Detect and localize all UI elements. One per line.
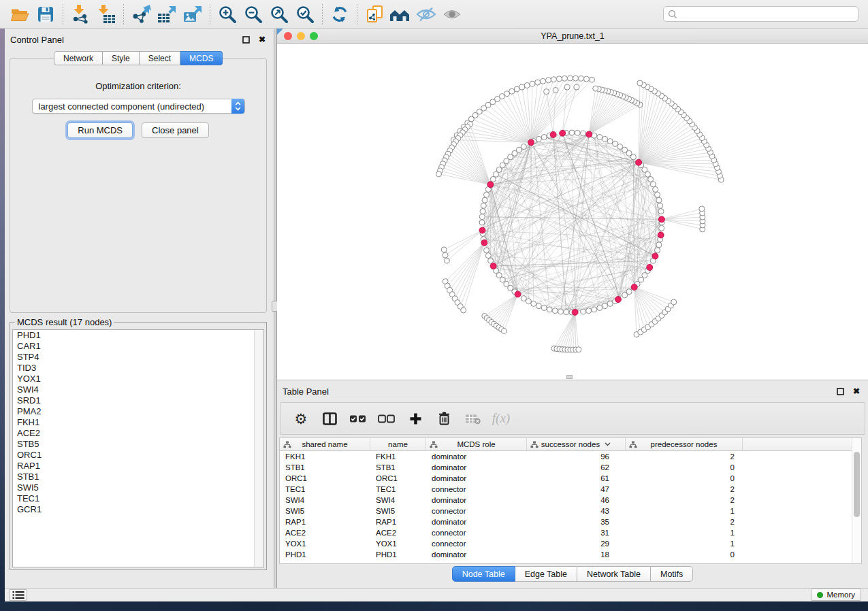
node-table-cell: SWI4 bbox=[280, 495, 370, 506]
network-window-titlebar[interactable]: YPA_prune.txt_1 bbox=[277, 29, 868, 44]
tab-motifs[interactable]: Motifs bbox=[651, 566, 693, 582]
float-panel-button[interactable] bbox=[241, 35, 251, 44]
close-panel-action-button[interactable]: Close panel bbox=[142, 122, 209, 138]
tab-network-table[interactable]: Network Table bbox=[577, 566, 651, 582]
column-header-predecessor-nodes[interactable]: predecessor nodes bbox=[626, 438, 743, 450]
node-table-row[interactable]: RAP1RAP1dominator352 bbox=[280, 516, 861, 527]
canvas-resize-handle[interactable] bbox=[566, 375, 573, 379]
node-table-cell: ACE2 bbox=[370, 527, 426, 538]
tab-network[interactable]: Network bbox=[54, 51, 103, 65]
node-table-row[interactable]: PHD1PHD1dominator180 bbox=[280, 549, 861, 560]
export-network-button[interactable] bbox=[128, 3, 154, 26]
node-table-row[interactable]: FKH1FKH1dominator962 bbox=[280, 451, 861, 462]
add-column-button[interactable] bbox=[403, 405, 428, 432]
run-mcds-button[interactable]: Run MCDS bbox=[67, 122, 133, 138]
node-table-cell: RAP1 bbox=[370, 516, 426, 527]
tab-edge-table[interactable]: Edge Table bbox=[515, 566, 577, 582]
mcds-result-item[interactable]: TID3 bbox=[13, 363, 263, 374]
zoom-out-button[interactable] bbox=[240, 3, 266, 26]
hide-selected-button[interactable] bbox=[413, 3, 439, 26]
dropdown-stepper-icon bbox=[231, 99, 244, 114]
mcds-result-item[interactable]: PMA2 bbox=[13, 406, 263, 417]
column-header-successor-nodes[interactable]: successor nodes bbox=[527, 438, 626, 450]
deselect-all-columns-button[interactable] bbox=[374, 405, 399, 432]
node-table-row[interactable]: SWI4SWI4dominator462 bbox=[280, 495, 861, 506]
export-image-button[interactable] bbox=[180, 3, 206, 26]
mcds-result-item[interactable]: STB1 bbox=[13, 472, 263, 482]
mcds-result-item[interactable]: PHD1 bbox=[13, 330, 263, 341]
status-menu-button[interactable] bbox=[9, 589, 27, 601]
delete-table-button[interactable] bbox=[460, 405, 485, 432]
network-graph[interactable] bbox=[277, 44, 868, 379]
show-all-button[interactable] bbox=[439, 3, 465, 26]
function-builder-button[interactable]: f(x) bbox=[489, 405, 513, 432]
refresh-button[interactable] bbox=[327, 3, 353, 26]
close-panel-button[interactable]: ✖ bbox=[257, 35, 267, 44]
mcds-result-item[interactable]: STB5 bbox=[13, 439, 263, 450]
optimization-criterion-select[interactable]: largest connected component (undirected) bbox=[32, 99, 245, 114]
node-table-row[interactable]: TEC1TEC1connector472 bbox=[280, 484, 861, 495]
node-table-row[interactable]: SWI5SWI5connector431 bbox=[280, 506, 861, 516]
node-table-cell: connector bbox=[426, 527, 527, 538]
control-panel-title: Control Panel bbox=[10, 35, 64, 45]
open-file-button[interactable] bbox=[7, 3, 33, 26]
column-label: name bbox=[388, 440, 408, 448]
mcds-result-item[interactable]: SRD1 bbox=[13, 395, 263, 406]
optimization-criterion-label: Optimization criterion: bbox=[95, 81, 181, 91]
node-table-cell: ORC1 bbox=[280, 473, 370, 484]
import-table-button[interactable] bbox=[93, 3, 119, 26]
mcds-result-item[interactable]: ORC1 bbox=[13, 450, 263, 461]
table-scrollbar[interactable] bbox=[852, 438, 861, 563]
tab-mcds[interactable]: MCDS bbox=[180, 51, 223, 65]
node-table-row[interactable]: YOX1YOX1connector291 bbox=[280, 538, 861, 549]
node-table-body: FKH1FKH1dominator962STB1STB1dominator620… bbox=[280, 451, 861, 560]
mcds-result-list[interactable]: PHD1CAR1STP4TID3YOX1SWI4SRD1PMA2FKH1ACE2… bbox=[12, 329, 264, 567]
mcds-result-item[interactable]: TEC1 bbox=[13, 493, 263, 504]
refresh-icon bbox=[331, 5, 349, 23]
column-header-name[interactable]: name bbox=[370, 438, 426, 450]
mcds-result-item[interactable]: SWI5 bbox=[13, 482, 263, 493]
node-table-row[interactable]: ORC1ORC1dominator610 bbox=[280, 473, 861, 484]
import-network-button[interactable] bbox=[67, 3, 93, 26]
column-header-mcds-role[interactable]: MCDS role bbox=[426, 438, 527, 450]
column-header-shared-name[interactable]: shared name bbox=[280, 438, 370, 450]
table-settings-button[interactable]: ⚙ bbox=[289, 405, 313, 432]
mcds-list-scrollbar[interactable] bbox=[254, 330, 263, 567]
mcds-result-item[interactable]: CAR1 bbox=[13, 341, 263, 352]
first-neighbors-button[interactable] bbox=[387, 3, 413, 26]
delete-column-icon bbox=[438, 412, 450, 425]
memory-button[interactable]: Memory bbox=[811, 589, 861, 601]
search-input[interactable] bbox=[663, 6, 858, 22]
tab-select[interactable]: Select bbox=[140, 51, 180, 65]
tab-style[interactable]: Style bbox=[103, 51, 140, 65]
node-table-cell: 43 bbox=[527, 506, 626, 516]
mcds-result-item[interactable]: GCR1 bbox=[13, 504, 263, 515]
select-all-columns-button[interactable] bbox=[346, 405, 370, 432]
duplicate-network-button[interactable] bbox=[361, 3, 387, 26]
float-table-panel-button[interactable] bbox=[835, 386, 845, 396]
zoom-selected-icon bbox=[295, 5, 315, 24]
node-table-row[interactable]: STB1STB1dominator620 bbox=[280, 462, 861, 473]
zoom-selected-button[interactable] bbox=[292, 3, 318, 26]
mcds-result-item[interactable]: ACE2 bbox=[13, 428, 263, 439]
node-table-cell: connector bbox=[426, 484, 527, 495]
table-scrollbar-thumb[interactable] bbox=[854, 452, 860, 517]
node-table-cell: dominator bbox=[426, 473, 527, 484]
network-canvas[interactable] bbox=[277, 44, 868, 379]
mcds-result-item[interactable]: SWI4 bbox=[13, 384, 263, 395]
node-table-cell: TEC1 bbox=[280, 484, 370, 495]
column-layout-button[interactable] bbox=[317, 405, 342, 432]
export-table-button[interactable] bbox=[154, 3, 180, 26]
tree-column-icon bbox=[283, 441, 291, 448]
tab-node-table[interactable]: Node Table bbox=[452, 566, 515, 582]
mcds-result-item[interactable]: YOX1 bbox=[13, 374, 263, 384]
node-table-row[interactable]: ACE2ACE2connector311 bbox=[280, 527, 861, 538]
save-session-button[interactable] bbox=[33, 3, 59, 26]
mcds-result-item[interactable]: FKH1 bbox=[13, 417, 263, 428]
close-table-panel-button[interactable]: ✖ bbox=[852, 386, 861, 396]
mcds-result-item[interactable]: RAP1 bbox=[13, 461, 263, 472]
delete-column-button[interactable] bbox=[432, 405, 456, 432]
zoom-fit-button[interactable] bbox=[266, 3, 292, 26]
mcds-result-item[interactable]: STP4 bbox=[13, 352, 263, 363]
zoom-in-button[interactable] bbox=[214, 3, 240, 26]
